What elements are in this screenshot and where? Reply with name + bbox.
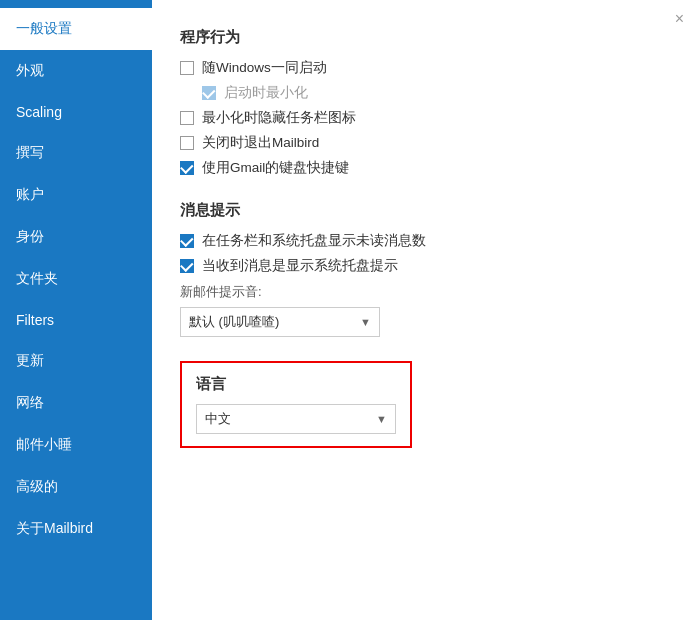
sidebar-item-advanced[interactable]: 高级的 <box>0 466 152 508</box>
main-content: × 程序行为 随Windows一同启动 启动时最小化 最小化时隐藏任务栏图标 关… <box>152 0 700 620</box>
sound-label: 新邮件提示音: <box>180 283 672 301</box>
sidebar-item-filters[interactable]: Filters <box>0 300 152 340</box>
sidebar-item-about[interactable]: 关于Mailbird <box>0 508 152 550</box>
sidebar-item-accounts[interactable]: 账户 <box>0 174 152 216</box>
language-section: 语言 中文 ▼ <box>180 361 412 448</box>
label-startup: 随Windows一同启动 <box>202 59 327 77</box>
option-close-exit: 关闭时退出Mailbird <box>180 134 672 152</box>
checkbox-show-tray[interactable] <box>180 259 194 273</box>
option-minimize-on-start: 启动时最小化 <box>202 84 672 102</box>
language-select-arrow: ▼ <box>376 413 387 425</box>
option-show-tray: 当收到消息是显示系统托盘提示 <box>180 257 672 275</box>
sidebar-item-general[interactable]: 一般设置 <box>0 8 152 50</box>
sidebar: 一般设置外观Scaling撰写账户身份文件夹Filters更新网络邮件小睡高级的… <box>0 0 152 620</box>
option-minimize-to-tray: 最小化时隐藏任务栏图标 <box>180 109 672 127</box>
sidebar-item-identity[interactable]: 身份 <box>0 216 152 258</box>
behavior-section: 程序行为 随Windows一同启动 启动时最小化 最小化时隐藏任务栏图标 关闭时… <box>180 28 672 177</box>
sidebar-item-updates[interactable]: 更新 <box>0 340 152 382</box>
sidebar-item-snooze[interactable]: 邮件小睡 <box>0 424 152 466</box>
behavior-title: 程序行为 <box>180 28 672 47</box>
label-minimize-on-start: 启动时最小化 <box>224 84 308 102</box>
checkbox-startup[interactable] <box>180 61 194 75</box>
label-minimize-to-tray: 最小化时隐藏任务栏图标 <box>202 109 356 127</box>
sidebar-item-network[interactable]: 网络 <box>0 382 152 424</box>
option-startup: 随Windows一同启动 <box>180 59 672 77</box>
sound-select[interactable]: 默认 (叽叽喳喳) ▼ <box>180 307 380 337</box>
label-show-unread: 在任务栏和系统托盘显示未读消息数 <box>202 232 426 250</box>
checkbox-close-exit[interactable] <box>180 136 194 150</box>
sidebar-item-compose[interactable]: 撰写 <box>0 132 152 174</box>
checkbox-show-unread[interactable] <box>180 234 194 248</box>
sound-select-arrow: ▼ <box>360 316 371 328</box>
language-title: 语言 <box>196 375 396 394</box>
checkbox-gmail-shortcuts[interactable] <box>180 161 194 175</box>
notifications-section: 消息提示 在任务栏和系统托盘显示未读消息数 当收到消息是显示系统托盘提示 新邮件… <box>180 201 672 337</box>
sound-select-value: 默认 (叽叽喳喳) <box>189 313 279 331</box>
sidebar-item-scaling[interactable]: Scaling <box>0 92 152 132</box>
option-show-unread: 在任务栏和系统托盘显示未读消息数 <box>180 232 672 250</box>
label-close-exit: 关闭时退出Mailbird <box>202 134 319 152</box>
close-button[interactable]: × <box>669 8 690 30</box>
label-show-tray: 当收到消息是显示系统托盘提示 <box>202 257 398 275</box>
language-select-value: 中文 <box>205 410 231 428</box>
checkbox-minimize-to-tray[interactable] <box>180 111 194 125</box>
notifications-title: 消息提示 <box>180 201 672 220</box>
language-select[interactable]: 中文 ▼ <box>196 404 396 434</box>
option-gmail-shortcuts: 使用Gmail的键盘快捷键 <box>180 159 672 177</box>
sidebar-item-folders[interactable]: 文件夹 <box>0 258 152 300</box>
label-gmail-shortcuts: 使用Gmail的键盘快捷键 <box>202 159 349 177</box>
checkbox-minimize-on-start[interactable] <box>202 86 216 100</box>
sidebar-item-appearance[interactable]: 外观 <box>0 50 152 92</box>
